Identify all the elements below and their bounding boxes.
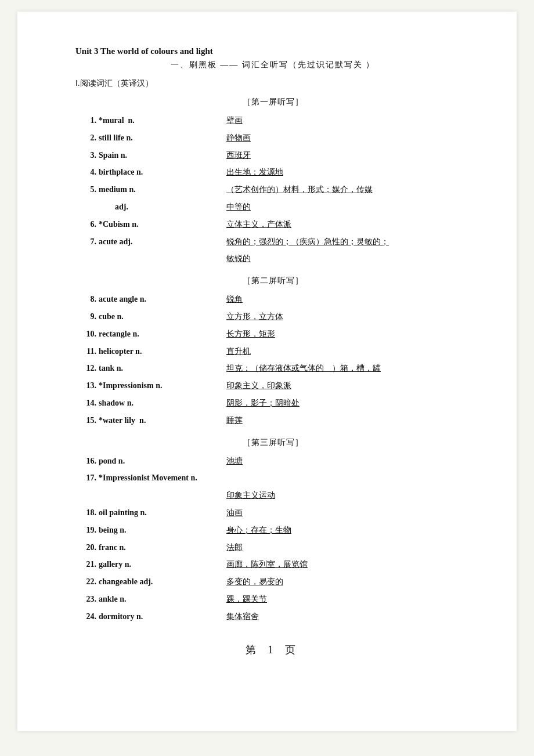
vocab-row-2: 2. still life n. 静物画 — [75, 129, 470, 147]
zh-24: 集体宿舍 — [225, 608, 470, 625]
num-24: 24. — [75, 608, 98, 625]
zh-22: 多变的，易变的 — [225, 573, 470, 591]
zh-4: 出生地；发源地 — [225, 164, 470, 181]
num-6: 6. — [75, 216, 98, 233]
num-13: 13. — [75, 377, 98, 395]
num-8: 8. — [75, 291, 98, 308]
num-12: 12. — [75, 360, 98, 377]
vocab-row-22: 22. changeable adj. 多变的，易变的 — [75, 573, 470, 591]
zh-11: 直升机 — [225, 343, 470, 360]
en-23: ankle n. — [98, 591, 225, 608]
num-17: 17. — [75, 469, 98, 487]
vocab-row-17b: 印象主义运动 — [75, 487, 470, 504]
zh-21: 画廊，陈列室，展览馆 — [225, 556, 470, 573]
en-19: being n. — [98, 522, 225, 539]
zh-19: 身心；存在；生物 — [225, 522, 470, 539]
en-21: gallery n. — [98, 556, 225, 573]
num-22: 22. — [75, 573, 98, 591]
zh-12: 坦克；（储存液体或气体的 ）箱，槽，罐 — [225, 360, 470, 377]
en-2: still life n. — [98, 129, 225, 147]
num-17b — [75, 487, 98, 504]
vocab-row-14: 14. shadow n. 阴影，影子；阴暗处 — [75, 395, 470, 412]
zh-17b: 印象主义运动 — [225, 487, 470, 504]
num-21: 21. — [75, 556, 98, 573]
num-5: 5. — [75, 181, 98, 198]
zh-13: 印象主义，印象派 — [225, 377, 470, 395]
zh-7b: 敏锐的 — [225, 250, 470, 267]
vocab-row-10: 10. rectangle n. 长方形，矩形 — [75, 325, 470, 343]
zh-7: 锐角的；强烈的；（疾病）急性的；灵敏的； — [225, 233, 470, 251]
vocab-row-20: 20. franc n. 法郎 — [75, 539, 470, 556]
screen3-label: ［第三屏听写］ — [75, 437, 470, 448]
vocab-row-3: 3. Spain n. 西班牙 — [75, 147, 470, 164]
num-19: 19. — [75, 522, 98, 539]
num-15: 15. — [75, 412, 98, 429]
vocab-row-8: 8. acute angle n. 锐角 — [75, 291, 470, 308]
en-13: *Impressionism n. — [98, 377, 225, 395]
en-10: rectangle n. — [98, 325, 225, 343]
en-3: Spain n. — [98, 147, 225, 164]
zh-3: 西班牙 — [225, 147, 470, 164]
num-11: 11. — [75, 343, 98, 360]
vocab-table-screen2: 8. acute angle n. 锐角 9. cube n. 立方形，立方体 … — [75, 291, 470, 429]
en-7: acute adj. — [98, 233, 225, 251]
vocab-row-17: 17. *Impressionist Movement n. — [75, 469, 470, 487]
num-3: 3. — [75, 147, 98, 164]
vocab-row-21: 21. gallery n. 画廊，陈列室，展览馆 — [75, 556, 470, 573]
num-5adj — [75, 198, 98, 216]
vocab-row-9: 9. cube n. 立方形，立方体 — [75, 308, 470, 325]
num-18: 18. — [75, 504, 98, 522]
zh-10: 长方形，矩形 — [225, 325, 470, 343]
subtitle: 一、刷黑板 —— 词汇全听写（先过识记默写关 ） — [75, 60, 470, 70]
num-16: 16. — [75, 453, 98, 470]
num-20: 20. — [75, 539, 98, 556]
en-6: *Cubism n. — [98, 216, 225, 233]
num-2: 2. — [75, 129, 98, 147]
zh-5adj: 中等的 — [225, 198, 470, 216]
en-1: *mural n. — [98, 112, 225, 129]
en-9: cube n. — [98, 308, 225, 325]
vocab-row-12: 12. tank n. 坦克；（储存液体或气体的 ）箱，槽，罐 — [75, 360, 470, 377]
num-4: 4. — [75, 164, 98, 181]
page-footer: 第 1 页 — [75, 643, 470, 657]
zh-8: 锐角 — [225, 291, 470, 308]
vocab-row-4: 4. birthplace n. 出生地；发源地 — [75, 164, 470, 181]
en-5: medium n. — [98, 181, 225, 198]
vocab-row-5: 5. medium n. （艺术创作的）材料，形式；媒介，传媒 — [75, 181, 470, 198]
en-24: dormitory n. — [98, 608, 225, 625]
zh-5: （艺术创作的）材料，形式；媒介，传媒 — [225, 181, 470, 198]
vocab-row-24: 24. dormitory n. 集体宿舍 — [75, 608, 470, 625]
num-14: 14. — [75, 395, 98, 412]
vocab-table-screen3: 16. pond n. 池塘 17. *Impressionist Moveme… — [75, 453, 470, 625]
screen2-label: ［第二屏听写］ — [75, 276, 470, 286]
en-11: helicopter n. — [98, 343, 225, 360]
zh-18: 油画 — [225, 504, 470, 522]
num-1: 1. — [75, 112, 98, 129]
vocab-row-1: 1. *mural n. 壁画 — [75, 112, 470, 129]
en-14: shadow n. — [98, 395, 225, 412]
en-7b — [98, 250, 225, 267]
vocab-row-7: 7. acute adj. 锐角的；强烈的；（疾病）急性的；灵敏的； — [75, 233, 470, 251]
zh-9: 立方形，立方体 — [225, 308, 470, 325]
zh-16: 池塘 — [225, 453, 470, 470]
zh-23: 踝，踝关节 — [225, 591, 470, 608]
zh-15: 睡莲 — [225, 412, 470, 429]
section-heading: Ⅰ.阅读词汇（英译汉） — [75, 78, 470, 89]
zh-6: 立体主义，产体派 — [225, 216, 470, 233]
en-4: birthplace n. — [98, 164, 225, 181]
screen1-label: ［第一屏听写］ — [75, 97, 470, 107]
en-5adj: adj. — [98, 198, 225, 216]
num-10: 10. — [75, 325, 98, 343]
vocab-row-13: 13. *Impressionism n. 印象主义，印象派 — [75, 377, 470, 395]
en-17b — [98, 487, 225, 504]
num-7: 7. — [75, 233, 98, 251]
vocab-row-23: 23. ankle n. 踝，踝关节 — [75, 591, 470, 608]
vocab-row-6: 6. *Cubism n. 立体主义，产体派 — [75, 216, 470, 233]
num-23: 23. — [75, 591, 98, 608]
vocab-row-7b: 敏锐的 — [75, 250, 470, 267]
en-12: tank n. — [98, 360, 225, 377]
en-20: franc n. — [98, 539, 225, 556]
num-9: 9. — [75, 308, 98, 325]
zh-1: 壁画 — [225, 112, 470, 129]
page-title: Unit 3 The world of colours and light — [75, 46, 470, 56]
